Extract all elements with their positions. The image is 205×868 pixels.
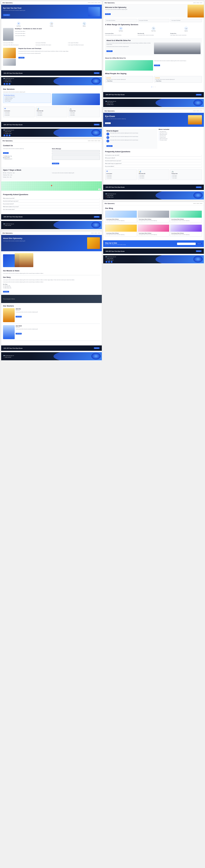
strive-cta[interactable]: Learn More <box>106 50 112 52</box>
doctor-2-profile-btn[interactable]: View Profile <box>15 333 22 335</box>
strive-body-2: Lorem ipsum dolor sit amet consectetur a… <box>106 46 153 47</box>
blog-card-4: Lorem Ipsum Dolor Sit Amet Lorem ipsum d… <box>105 224 137 237</box>
contact-promo-cta[interactable]: Book Now <box>94 216 100 218</box>
what-to-expect-section: What to Expect 1 Lorem ipsum dolor sit a… <box>103 127 204 183</box>
blog-img-5 <box>138 225 169 232</box>
email-input[interactable] <box>52 153 100 155</box>
services-heading: Our Services <box>3 88 100 90</box>
eye-exam-sub: Lorem ipsum dolor sit amet consectetur a… <box>105 118 186 119</box>
blog-twitter-icon[interactable]: t <box>108 261 110 263</box>
map-label: Map <box>98 189 101 190</box>
expect-item-3: 3 Lorem ipsum dolor sit amet consectetur… <box>106 140 156 143</box>
linkedin-icon[interactable]: in <box>9 83 10 85</box>
strive-text: Lorem ipsum dolor sit amet consectetur a… <box>106 42 153 54</box>
blog-linkedin-icon[interactable]: in <box>111 261 112 263</box>
eye-exam-cta[interactable]: Book Now <box>105 122 111 124</box>
strive-body: Lorem ipsum dolor sit amet consectetur a… <box>106 42 153 45</box>
faq-item-5[interactable]: Do you treat children? + <box>105 165 202 168</box>
faq-item-2[interactable]: Will my eyes be dilated? + <box>105 157 202 159</box>
eye-exam-faq-heading: Frequently Asked Questions <box>105 151 202 153</box>
team-label: Our Team: <box>3 284 100 285</box>
blog-content-1: Lorem Ipsum Dolor Sit Amet Lorem ipsum d… <box>105 218 137 222</box>
faq-item[interactable]: Can I order contacts online? + <box>3 208 100 211</box>
hours-extra: Lorem ipsum dolor sit amet consectetur a… <box>52 172 100 179</box>
faq-item[interactable]: Do you accept insurance? + <box>3 203 100 205</box>
col-text: Lorem ipsum Dolor Amet <box>36 42 68 43</box>
twitter-icon-2[interactable]: t <box>6 134 8 136</box>
faq-expand-icon: + <box>100 209 100 210</box>
home2-promo-cta[interactable]: Book Now <box>196 94 202 96</box>
nav-dot <box>193 3 196 3</box>
message-textarea[interactable] <box>52 155 100 160</box>
service-card-3: 🚲 Tristique Duis Lorem ipsum Lorem ipsum… <box>68 106 100 117</box>
strive2-cta[interactable]: Learn More <box>154 65 160 66</box>
email-subscribe-input[interactable] <box>177 243 196 245</box>
chart-photo <box>3 59 16 66</box>
linkedin-icon-2[interactable]: in <box>9 134 10 136</box>
eye-exams-cta[interactable]: Learn More <box>19 57 25 59</box>
faq-item[interactable]: How often should I get an eye exam? + <box>3 200 100 203</box>
doctor-card-2: Jane Smith Optometrist Lorem ipsum dolor… <box>3 325 100 341</box>
team-member: • Dr. John Doe, OD <box>3 285 100 286</box>
features-section: 👁 Eye Exams 📋 Contacts 🔍 Glasses <box>1 19 102 69</box>
name-input[interactable] <box>52 150 100 152</box>
faq-item[interactable]: What services do you offer? + <box>3 197 100 200</box>
contact-cta[interactable]: Book Now <box>3 152 9 154</box>
blog-facebook-icon[interactable]: f <box>105 261 107 263</box>
blog-grid-bottom: Lorem Ipsum Dolor Sit Amet Lorem ipsum d… <box>105 224 202 238</box>
eye-exam-hero: Eye Exam Lorem ipsum dolor sit amet cons… <box>103 113 204 127</box>
form-heading: Send a Message <box>52 148 100 149</box>
doctor-1-profile-btn[interactable]: View Profile <box>15 316 22 317</box>
exam-card-icon-2: 📊 <box>139 170 168 173</box>
expect-item-2: 2 Lorem ipsum dolor sit amet consectetur… <box>106 136 156 139</box>
blog-promo-cta[interactable]: Book Now <box>196 250 202 252</box>
map-placeholder: 📍 Map <box>1 181 102 191</box>
strive2-image-col <box>105 60 153 71</box>
about-images <box>3 253 100 268</box>
blog-title-5: Lorem Ipsum Dolor Sit Amet <box>139 232 168 234</box>
facebook-icon-2[interactable]: f <box>3 134 5 136</box>
send-button[interactable]: Send Message <box>52 163 59 164</box>
facebook-icon[interactable]: f <box>3 83 5 85</box>
hours-note: Lorem ipsum dolor sit amet consectetur a… <box>52 172 100 174</box>
about-learn-more[interactable]: Learn More <box>3 291 9 292</box>
eye-exams-body: Lorem ipsum dolor sit amet consectetur a… <box>19 51 69 52</box>
home2-cta[interactable]: Book Now <box>105 13 111 15</box>
subscribe-button[interactable]: Subscribe <box>196 243 202 245</box>
faq-item-3[interactable]: How often should I have an eye exam? + <box>105 159 202 162</box>
about-promo-cta[interactable]: Book Now <box>94 347 100 349</box>
contact-info: 📧 info@diviopmetry.com 📞 (555) 123-4567 … <box>3 78 14 85</box>
hours-text: Monday - Friday: 9am - 6pm Saturday: 10a… <box>3 172 51 179</box>
testimonials-dots: • • • <box>105 84 202 88</box>
text-col: Dolor Amet (2) Lorem ipsum dolor sit ame… <box>138 33 170 37</box>
strive2-heading: About Us & What We Strive For <box>105 57 202 59</box>
expect-text-3: Lorem ipsum dolor sit amet consectetur a… <box>110 140 138 143</box>
blog-card-3: Lorem Ipsum Dolor Sit Amet Lorem ipsum d… <box>170 211 202 223</box>
blog-excerpt-2: Lorem ipsum dolor sit amet consectetur a… <box>139 220 168 221</box>
about-intro-section: Heading 2 – Vestibulum ac diam sit amet … <box>3 28 100 41</box>
expect-cta[interactable]: Learn More <box>106 145 112 147</box>
blog-content-3: Lorem Ipsum Dolor Sit Amet Lorem ipsum d… <box>170 218 202 222</box>
twitter-icon[interactable]: t <box>6 83 8 85</box>
hero-cta-button[interactable]: Learn More <box>3 14 10 16</box>
blog-title-2: Lorem Ipsum Dolor Sit Amet <box>139 219 168 220</box>
glasses-promo-text: Premium Eyewear Collection <box>3 298 15 300</box>
home2-sub: Lorem ipsum dolor sit amet consectetur a… <box>105 9 186 10</box>
home-page-1: Divi Optometry Eye Care You Can Trust Lo… <box>1 1 102 138</box>
services-sub: Lorem ipsum dolor sit amet consectetur a… <box>3 91 100 93</box>
eye-exam-promo-cta[interactable]: Book Now <box>196 186 202 188</box>
strive-photo <box>154 42 201 54</box>
faq-item[interactable]: What brands of glasses do you carry? + <box>3 205 100 208</box>
story-text-2: Lorem ipsum dolor sit amet consectetur a… <box>3 281 100 283</box>
about-footer-info: 📧 info@diviopmetry.com 📞 (555) 123-4567 <box>3 355 14 358</box>
faq-item-1[interactable]: How long does an eye exam take? + <box>105 154 202 157</box>
doctor-1-role: Optometrist <box>15 310 38 311</box>
service-icon: 🔭 <box>152 27 155 30</box>
promo-cta-button[interactable]: Book Now <box>94 72 100 74</box>
nav-dot <box>91 3 94 3</box>
home2-card-2: Lorem ipsum Dolor Amet <box>138 19 169 22</box>
col-title: Tristique Duis <box>170 33 202 34</box>
eye-banner: 📧 info@diviopmetry.com 📞 (555) 123-4567 … <box>1 77 102 85</box>
faq-item-4[interactable]: What should I bring to my appointment? + <box>105 162 202 165</box>
promo-cta-2[interactable]: Book Now <box>94 124 100 125</box>
